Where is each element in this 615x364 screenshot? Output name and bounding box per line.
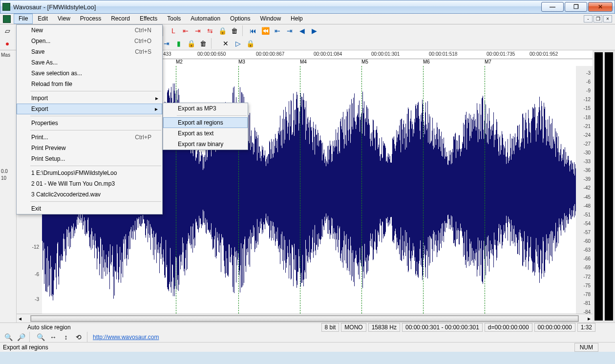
lock-icon[interactable]: 🔒	[217, 25, 228, 36]
file-menu-dropdown[interactable]: NewCtrl+NOpen...Ctrl+OSaveCtrl+SSave As.…	[16, 24, 163, 214]
play-outline-icon[interactable]: ▷	[233, 38, 243, 49]
marker-label[interactable]: M6	[423, 59, 430, 64]
db-tick: -63	[584, 247, 591, 253]
minimize-button[interactable]: —	[541, 2, 564, 12]
marker-line[interactable]	[300, 66, 300, 314]
export-menu-item[interactable]: Export raw binary	[163, 139, 248, 150]
export-menu-item[interactable]: Export as MP3	[163, 103, 248, 114]
menu-file[interactable]: File	[14, 14, 33, 24]
menu-window[interactable]: Window	[255, 14, 286, 24]
file-menu-item[interactable]: 3 Catclic2vocoderized.wav	[17, 189, 162, 200]
lock3-icon[interactable]: 🔒	[245, 38, 255, 49]
marker-label[interactable]: M3	[238, 59, 245, 64]
loop-left-icon[interactable]: ⇤	[180, 25, 191, 36]
skip-start-icon[interactable]: ⏮	[248, 25, 258, 36]
export-submenu-dropdown[interactable]: Export as MP3Export all regionsExport as…	[163, 103, 248, 150]
db-tick: -36	[584, 168, 591, 173]
menu-options[interactable]: Options	[225, 14, 255, 24]
zoom-hfit-icon[interactable]: ↔	[48, 332, 59, 343]
master-label: Mas	[1, 52, 10, 58]
trash2-icon[interactable]: 🗑	[198, 38, 209, 49]
rewind-icon[interactable]: ◀	[297, 25, 307, 36]
db-tick: -84	[584, 309, 591, 314]
db-tick: -45	[584, 194, 591, 200]
marker-line[interactable]	[485, 66, 485, 314]
menu-automation[interactable]: Automation	[186, 14, 225, 24]
menu-bar: File Edit View Process Record Effects To…	[0, 14, 615, 24]
mdi-minimize-button[interactable]: -	[584, 15, 593, 22]
zoom-out-icon[interactable]: 🔎	[16, 332, 26, 343]
file-menu-item[interactable]: Exit	[17, 203, 162, 214]
status-range: 00:00:00:301 - 00:00:00:301	[402, 323, 483, 332]
db-tick: -78	[584, 292, 591, 297]
export-menu-item[interactable]: Export as text	[163, 128, 248, 139]
trash-icon[interactable]: 🗑	[229, 25, 240, 36]
marker-line[interactable]	[423, 66, 424, 314]
mdi-close-button[interactable]: ×	[603, 15, 612, 22]
file-menu-item[interactable]: Properties	[17, 118, 162, 128]
marker-label[interactable]: M7	[485, 59, 491, 64]
close-doc-icon[interactable]: ✕	[220, 38, 231, 49]
status-position: 00:00:00:000	[534, 323, 575, 332]
db-tick: -6	[586, 79, 591, 85]
lock2-icon[interactable]: 🔒	[186, 38, 196, 49]
status-zoom: 1:32	[577, 323, 595, 332]
file-menu-item[interactable]: 1 E:\DrumLoops\FMWildstyleLoo	[17, 168, 162, 178]
db-tick: -57	[584, 230, 591, 235]
menu-process[interactable]: Process	[75, 14, 106, 24]
new-file-icon[interactable]: ▱	[2, 25, 13, 36]
horizontal-scrollbar[interactable]: ◂ ▸	[17, 314, 593, 322]
export-menu-item[interactable]: Export all regions	[163, 117, 248, 128]
menu-help[interactable]: Help	[286, 14, 308, 24]
marker-line[interactable]	[361, 66, 362, 314]
file-menu-item[interactable]: Open...Ctrl+O	[17, 36, 162, 46]
close-button[interactable]: ✕	[588, 2, 613, 12]
loop-both-icon[interactable]: ⇆	[205, 25, 215, 36]
db-tick: -72	[584, 274, 591, 279]
file-menu-item[interactable]: Reload from file	[17, 79, 162, 89]
zoom-reset-icon[interactable]: ⟲	[73, 332, 84, 343]
website-link[interactable]: http://www.wavosaur.com	[93, 334, 159, 341]
prev-icon[interactable]: ⏪	[260, 25, 271, 36]
marker-prev-icon[interactable]: ⇤	[272, 25, 283, 36]
zoom-in-icon[interactable]: 🔍	[3, 332, 14, 343]
loop-right-icon[interactable]: ⇥	[192, 25, 203, 36]
menu-view[interactable]: View	[53, 14, 75, 24]
menu-effects[interactable]: Effects	[135, 14, 162, 24]
file-menu-item[interactable]: Print...Ctrl+P	[17, 132, 162, 143]
status-bar: Export all regions NUM	[0, 342, 615, 352]
status-channels: MONO	[341, 323, 366, 332]
menu-edit[interactable]: Edit	[33, 14, 53, 24]
file-menu-item[interactable]: Save selection as...	[17, 68, 162, 79]
marker-right-icon[interactable]: ⇥	[161, 38, 172, 49]
file-menu-item[interactable]: SaveCtrl+S	[17, 46, 162, 57]
doc-icon	[3, 15, 11, 23]
record-icon[interactable]: ●	[2, 38, 13, 49]
status-rate: 15838 Hz	[368, 323, 400, 332]
file-menu-item[interactable]: Print Preview	[17, 143, 162, 153]
marker-label[interactable]: M5	[361, 59, 368, 64]
db-tick: -12	[584, 97, 591, 102]
zoom-vfit-icon[interactable]: ↕	[61, 332, 71, 343]
file-menu-item[interactable]: Print Setup...	[17, 153, 162, 164]
file-menu-item[interactable]: NewCtrl+N	[17, 25, 162, 36]
maximize-button[interactable]: ❐	[565, 2, 587, 12]
time-tick: 00:00:00:650	[197, 51, 226, 57]
db-tick: -18	[584, 115, 591, 120]
file-menu-item[interactable]: 2 01 - We Will Turn You On.mp3	[17, 178, 162, 189]
loop-start-icon[interactable]: L	[168, 25, 179, 36]
window-title: Wavosaur - [FMWildstyleLoo]	[13, 3, 96, 11]
time-tick: 00:00:00:867	[256, 51, 284, 57]
zoom-sel-icon[interactable]: 🔍	[35, 332, 46, 343]
marker-label[interactable]: M4	[300, 59, 307, 64]
menu-record[interactable]: Record	[106, 14, 135, 24]
marker-label[interactable]: M2	[176, 59, 183, 64]
marker-set-icon[interactable]: ▮	[173, 38, 184, 49]
marker-next-icon[interactable]: ⇥	[284, 25, 295, 36]
file-menu-item[interactable]: Export▸	[17, 104, 162, 114]
mdi-restore-button[interactable]: ❐	[594, 15, 602, 22]
file-menu-item[interactable]: Import▸	[17, 93, 162, 104]
menu-tools[interactable]: Tools	[162, 14, 186, 24]
play-icon[interactable]: ▶	[309, 25, 319, 36]
file-menu-item[interactable]: Save As...	[17, 57, 162, 68]
